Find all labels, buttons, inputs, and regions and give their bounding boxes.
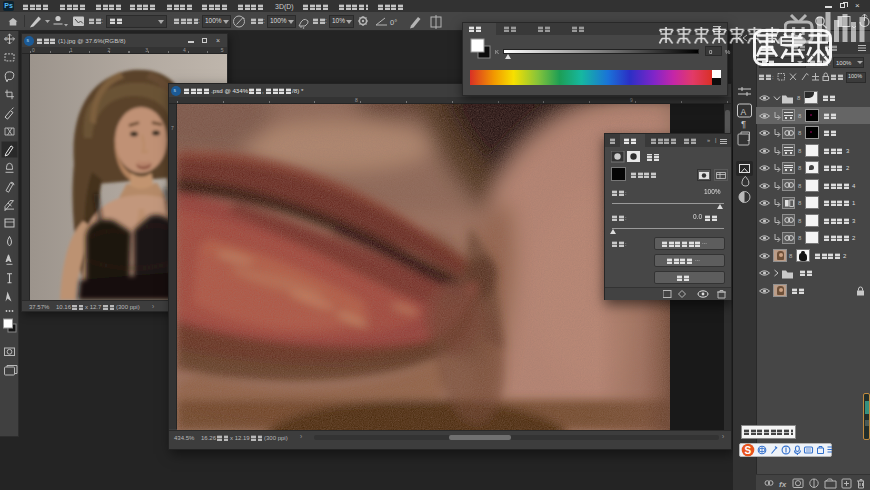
svg-text:¶: ¶ (741, 118, 746, 129)
svg-text:S: S (745, 445, 752, 456)
svg-text:fx: fx (779, 480, 787, 489)
svg-text:A: A (741, 107, 747, 117)
svg-text:0°: 0° (390, 18, 397, 27)
